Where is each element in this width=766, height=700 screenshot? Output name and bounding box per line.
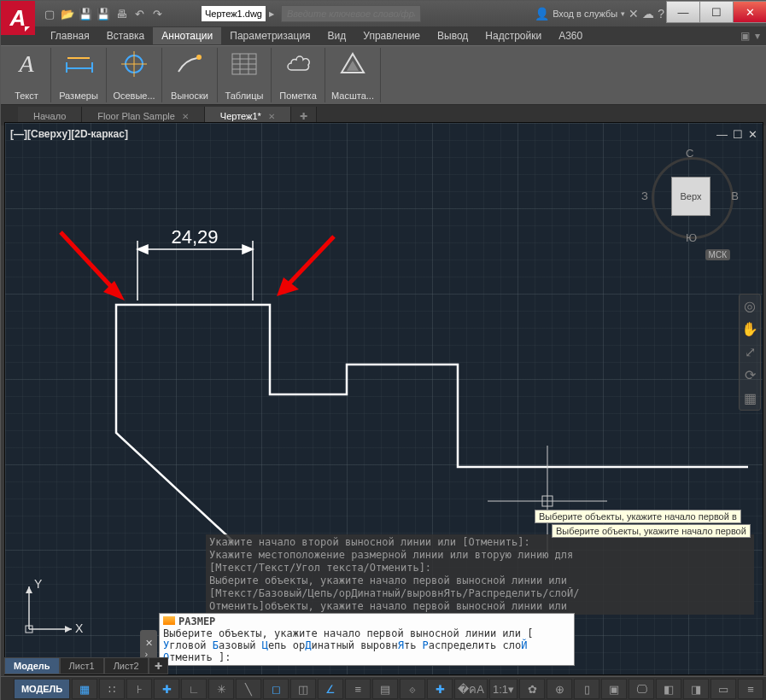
- command-prompt-post: ]:: [219, 651, 231, 663]
- status-units-icon[interactable]: ▯: [574, 679, 599, 699]
- history-line: Выберите объекты, укажите начало первой …: [209, 575, 751, 587]
- status-isodraft-icon[interactable]: ╲: [236, 679, 261, 699]
- command-option[interactable]: выровнЯть: [360, 639, 416, 651]
- svg-marker-31: [26, 586, 32, 593]
- quick-access-toolbar: ▢ 📂 💾 💾 🖶 ↶ ↷: [42, 6, 165, 21]
- panel-dimensions[interactable]: Размеры: [51, 48, 107, 102]
- minimize-button[interactable]: —: [666, 1, 700, 23]
- panel-leaders[interactable]: Выноски: [162, 48, 218, 102]
- redo-icon[interactable]: ↷: [149, 6, 165, 21]
- tab-manage[interactable]: Управление: [354, 27, 429, 44]
- status-3dosnap-icon[interactable]: ◫: [290, 679, 316, 699]
- title-center: Чертеж1.dwg ▶: [202, 5, 421, 22]
- tab-view[interactable]: Вид: [319, 27, 355, 44]
- history-line: [Мтекст/Текст/Угол текста/Отменить]:: [209, 562, 751, 575]
- status-grid-icon[interactable]: ▦: [72, 679, 97, 699]
- status-isolate-icon[interactable]: ◨: [683, 679, 709, 699]
- close-button[interactable]: ✕: [733, 1, 766, 23]
- status-cycling-icon[interactable]: ⟐: [400, 679, 425, 699]
- status-scale-button[interactable]: 1:1 ▾: [489, 679, 517, 699]
- status-otrack-icon[interactable]: ∠: [318, 679, 343, 699]
- status-snap-icon[interactable]: ∷: [99, 679, 125, 699]
- status-annoscale-icon[interactable]: �คА: [454, 679, 488, 699]
- command-option[interactable]: Отменить: [163, 651, 213, 663]
- command-option[interactable]: Цепь: [262, 639, 287, 651]
- panel-text[interactable]: A Текст: [3, 48, 51, 102]
- status-annovis-icon[interactable]: ⊕: [547, 679, 572, 699]
- tab-model[interactable]: Модель: [4, 657, 60, 674]
- tab-home[interactable]: Главная: [42, 27, 98, 44]
- maximize-button[interactable]: ☐: [699, 1, 734, 23]
- tab-a360[interactable]: A360: [550, 27, 591, 44]
- drawing-polyline: [116, 305, 748, 544]
- annotation-arrow-left: [61, 232, 125, 300]
- prompt-tooltip-1: Выберите объекты, укажите начало первой …: [535, 510, 741, 523]
- dimension-text: 24,29: [171, 226, 218, 248]
- drawing-viewport[interactable]: [—][Сверху][2D-каркас] — ☐ ✕ Верх С Ю В …: [4, 122, 763, 675]
- filename-label: Чертеж1.dwg: [202, 6, 266, 21]
- status-polar-icon[interactable]: ✳: [208, 679, 234, 699]
- command-line[interactable]: РАЗМЕР Выберите объекты, укажите начало …: [159, 613, 575, 666]
- dimension-icon: [64, 48, 93, 80]
- tab-layout2[interactable]: Лист2: [104, 657, 149, 674]
- svg-text:Y: Y: [34, 577, 43, 591]
- panel-scale[interactable]: Масшта...: [325, 48, 381, 102]
- panel-tables[interactable]: Таблицы: [218, 48, 272, 102]
- print-icon[interactable]: 🖶: [114, 6, 129, 21]
- status-lineweight-icon[interactable]: ≡: [345, 679, 371, 699]
- status-osnap-icon[interactable]: ◻: [263, 679, 289, 699]
- command-option[interactable]: слоЙ: [503, 639, 528, 651]
- signin-icon[interactable]: 👤: [535, 7, 549, 20]
- ribbon-collapse-icon[interactable]: ▣: [740, 30, 750, 42]
- status-cleanscreen-icon[interactable]: ▭: [710, 679, 736, 699]
- revision-cloud-icon: [284, 48, 312, 80]
- filename-dropdown-icon[interactable]: ▶: [269, 10, 274, 18]
- history-line: Укажите местоположение размерной линии и…: [209, 549, 751, 562]
- command-option[interactable]: Распределить: [423, 639, 497, 651]
- status-infer-icon[interactable]: ⊦: [126, 679, 152, 699]
- search-input[interactable]: [281, 5, 421, 22]
- tab-addins[interactable]: Надстройки: [477, 27, 550, 44]
- status-model-button[interactable]: МОДЕЛЬ: [14, 679, 70, 699]
- status-quickprops-icon[interactable]: ▣: [601, 679, 627, 699]
- status-workspace-icon[interactable]: ✿: [519, 679, 545, 699]
- status-lock-icon[interactable]: 🖵: [629, 679, 654, 699]
- tab-layout1[interactable]: Лист1: [60, 657, 104, 674]
- dropdown-icon[interactable]: ▾: [621, 9, 625, 18]
- save-icon[interactable]: 💾: [78, 6, 93, 21]
- tab-output[interactable]: Вывод: [429, 27, 477, 44]
- history-line: Укажите начало второй выносной линии или…: [209, 536, 751, 549]
- dimension-line: [137, 241, 253, 300]
- command-option[interactable]: Угловой: [163, 639, 207, 651]
- panel-markup[interactable]: Пометка: [272, 48, 325, 102]
- command-option[interactable]: орДинатный: [293, 639, 354, 651]
- signin-label[interactable]: Вход в службы: [553, 9, 617, 19]
- tab-annotations[interactable]: Аннотации: [153, 27, 221, 44]
- status-dyninput-icon[interactable]: ✚: [154, 679, 179, 699]
- open-icon[interactable]: 📂: [60, 6, 75, 21]
- svg-rect-3: [67, 57, 90, 59]
- exchange-icon[interactable]: ✕: [629, 7, 639, 20]
- status-hardware-icon[interactable]: ◧: [656, 679, 681, 699]
- panel-centerlines[interactable]: Осевые...: [107, 48, 162, 102]
- command-option[interactable]: Базовый: [213, 639, 256, 651]
- undo-icon[interactable]: ↶: [132, 6, 147, 21]
- status-annomonitor-icon[interactable]: ✚: [427, 679, 453, 699]
- status-transparency-icon[interactable]: ▤: [372, 679, 398, 699]
- a360-icon[interactable]: ☁: [642, 7, 654, 20]
- status-ortho-icon[interactable]: ∟: [181, 679, 207, 699]
- app-menu-button[interactable]: A: [1, 1, 35, 35]
- help-icon[interactable]: ?: [658, 7, 664, 20]
- ribbon-menu-icon[interactable]: ▾: [755, 30, 760, 42]
- tab-add-layout[interactable]: ✚: [149, 657, 168, 674]
- close-tab-icon[interactable]: ✕: [182, 112, 189, 121]
- saveas-icon[interactable]: 💾: [96, 6, 111, 21]
- tab-insert[interactable]: Вставка: [98, 27, 154, 44]
- close-tab-icon[interactable]: ✕: [268, 112, 275, 121]
- tab-parametric[interactable]: Параметризация: [221, 27, 319, 44]
- status-customize-icon[interactable]: ≡: [738, 679, 763, 699]
- status-bar: МОДЕЛЬ ▦ ∷ ⊦ ✚ ∟ ✳ ╲ ◻ ◫ ∠ ≡ ▤ ⟐ ✚ �คА 1…: [1, 676, 766, 700]
- history-line: [Мтекст/Базовый/Цепь/орДинатный/выровнЯт…: [209, 587, 751, 600]
- command-name: РАЗМЕР: [178, 615, 215, 627]
- new-icon[interactable]: ▢: [42, 6, 57, 21]
